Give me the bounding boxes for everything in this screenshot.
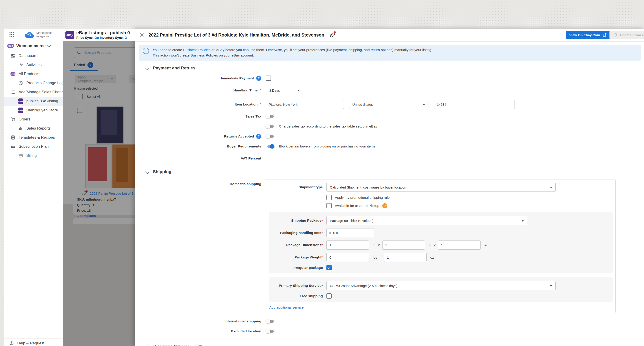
required-mark: * [322, 218, 323, 222]
international-shipping-toggle[interactable] [266, 319, 274, 324]
package-weight-label: Package Weight [294, 255, 322, 259]
sidebar-item-label: HienNguyen Store [26, 108, 58, 113]
sales-tax-toggle[interactable] [266, 114, 274, 119]
handling-time-row: Handling Time* 3 Days [136, 86, 644, 95]
handling-time-select[interactable]: 3 Days [266, 86, 303, 95]
sidebar-item-templates-recipes[interactable]: Templates & Recipes [4, 133, 63, 142]
app-launcher-icon[interactable] [9, 32, 15, 38]
business-policies-toggle[interactable] [195, 344, 203, 346]
dimension-length-input[interactable] [326, 240, 369, 250]
vat-percent-label: VAT Percent [241, 156, 261, 161]
irregular-package-row: Irregular package [269, 265, 613, 270]
weight-lbs-input[interactable] [326, 253, 369, 262]
item-location-city-input[interactable] [266, 100, 344, 109]
sidebar-collapse-button[interactable]: ‹ [58, 32, 65, 39]
help-question-icon[interactable]: ? [256, 76, 261, 81]
primary-service-group: Primary Shipping Service* USPSGroundAdva… [269, 277, 613, 302]
sidebar-item-add-manage-sales-channels[interactable]: Add/Manage Sales Channels [4, 88, 63, 97]
help-question-icon[interactable]: ? [256, 134, 261, 139]
free-shipping-checkbox[interactable] [326, 293, 332, 299]
chevron-down-icon [47, 43, 51, 47]
sidebar-item-sales-reports[interactable]: Sales Reports [4, 124, 63, 133]
sidebar-item-label: Products Change Log [26, 81, 64, 85]
listing-detail-panel: 2022 Panini Prestige Lot of 3 #d Rookies… [136, 29, 644, 346]
dimension-height-input[interactable] [438, 240, 481, 250]
item-location-country-select[interactable]: United States [349, 100, 428, 109]
marketplace-integration-logo: Marketplace Integration [24, 31, 52, 38]
help-question-icon[interactable]: ? [382, 203, 387, 208]
add-additional-service-link[interactable]: Add additional service [269, 305, 616, 310]
weight-oz-input[interactable] [384, 253, 426, 262]
required-mark: * [322, 231, 323, 235]
sidebar-item-billing[interactable]: Billing [4, 151, 63, 160]
cloud-logo-icon [24, 31, 34, 38]
packaging-cost-row: Packaging handling cost* [269, 228, 613, 237]
shipping-package-select[interactable]: Package (or Thick Envelope) [326, 216, 527, 225]
domestic-shipping-box: Shipment type Calculated Shipment: cost … [266, 179, 616, 313]
billing-card-icon [18, 153, 23, 158]
immediate-payment-row: Immediate Payment ? [136, 76, 644, 81]
buyer-requirements-label: Buyer Requirements [227, 144, 261, 148]
view-on-ebay-button[interactable]: View On Ebay.Com [566, 31, 610, 39]
activities-icon [18, 62, 23, 67]
primary-service-select[interactable]: USPSGroundAdvantage (2-5 business days) [326, 281, 556, 290]
handling-time-value: 3 Days [269, 88, 280, 92]
dimension-width-input[interactable] [382, 240, 425, 250]
primary-service-label: Primary Shipping Service [279, 284, 322, 288]
detail-header: 2022 Panini Prestige Lot of 3 #d Rookies… [136, 29, 644, 41]
irregular-package-checkbox[interactable] [326, 265, 332, 270]
modal-backdrop[interactable] [63, 41, 136, 346]
promo-rule-checkbox[interactable] [326, 195, 332, 200]
woo-icon: woo [7, 44, 14, 48]
price-sync-value: On [94, 36, 99, 39]
charge-sales-tax-toggle[interactable] [266, 124, 274, 129]
returns-accepted-row: Returns Accepted ? [136, 134, 644, 139]
help-request-link[interactable]: Help & Request [4, 339, 64, 346]
handling-time-label: Handling Time [233, 88, 258, 92]
sidebar-item-hiennguyen-store[interactable]: ebay HienNguyen Store [4, 106, 63, 115]
section-business-policies[interactable]: Business Policies [146, 344, 644, 346]
package-weight-row: Package Weight* lbs oz [269, 253, 613, 262]
sidebar-item-label: Add/Manage Sales Channels [19, 90, 64, 94]
buyer-requirements-text: Block certain buyers from bidding on or … [279, 144, 376, 148]
info-icon: i [143, 48, 149, 54]
section-payment-and-return[interactable]: Payment and Return [146, 66, 644, 71]
excluded-location-row: Excluded location [136, 329, 644, 334]
store-selector-label: Woocommerce [16, 43, 46, 48]
sidebar-item-activities[interactable]: Activities [4, 60, 63, 69]
required-mark: * [322, 284, 323, 288]
shipment-type-row: Shipment type Calculated Shipment: cost … [266, 183, 616, 192]
unit-in: in [429, 243, 432, 247]
sidebar-item-dashboard[interactable]: Dashboard [4, 51, 63, 60]
sidebar-item-label: publish 0.4$/listing [26, 99, 58, 103]
business-policies-heading: Business Policies [153, 344, 190, 346]
vat-percent-input[interactable] [266, 154, 311, 163]
item-location-zip-input[interactable] [434, 100, 515, 109]
in-store-pickup-checkbox[interactable] [326, 203, 332, 208]
sidebar-item-products-change-log[interactable]: Products Change Log [4, 78, 63, 88]
shipment-type-select[interactable]: Calculated Shipment: cost varies by buye… [326, 183, 556, 192]
sidebar-item-publish-listing[interactable]: ebay publish 0.4$/listing [4, 97, 63, 106]
view-on-ebay-label: View On Ebay.Com [569, 33, 600, 37]
sidebar-item-subscription-plan[interactable]: Subscription Plan [4, 142, 63, 151]
required-mark: * [260, 102, 261, 106]
packaging-cost-input[interactable] [326, 228, 374, 237]
buyer-requirements-toggle[interactable] [266, 144, 274, 149]
collapse-arrow-icon: ‹ [61, 34, 62, 37]
section-shipping[interactable]: Shipping [146, 169, 644, 174]
item-location-row: Item Location* United States [136, 100, 644, 109]
update-from-ebay-button[interactable]: Update From eBay [610, 31, 644, 39]
business-policies-link[interactable]: Business Policies [183, 48, 210, 52]
immediate-payment-checkbox[interactable] [266, 76, 271, 81]
sidebar-item-orders[interactable]: Orders [4, 115, 63, 124]
store-selector[interactable]: woo Woocommerce [4, 41, 63, 51]
returns-accepted-toggle[interactable] [266, 134, 274, 139]
sidebar-item-all-products[interactable]: woo All Products [4, 69, 63, 78]
dimension-separator: X [434, 243, 436, 247]
free-shipping-label: Free shipping [300, 294, 323, 298]
inventory-sync-value: O [124, 36, 127, 39]
excluded-location-toggle[interactable] [266, 329, 274, 334]
listing-link-icon[interactable] [330, 32, 335, 38]
close-icon[interactable] [139, 32, 144, 38]
buyer-requirements-row: Buyer Requirements Block certain buyers … [136, 144, 644, 149]
